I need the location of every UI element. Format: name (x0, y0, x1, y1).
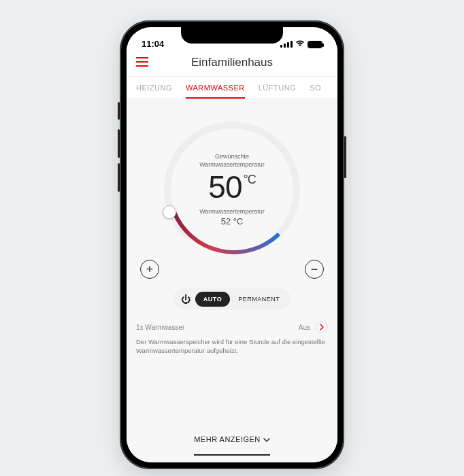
chevron-right-icon[interactable] (316, 321, 328, 333)
show-more-button[interactable]: MEHR ANZEIGEN (194, 428, 270, 456)
clock: 11:04 (142, 39, 164, 49)
app-header: Einfamilienhaus (127, 50, 337, 77)
phone-frame: 11:04 Einfamilienhaus HEIZUNG WARMWA (120, 20, 344, 469)
desired-temperature: 50 °C (208, 169, 255, 205)
phone-side-button (118, 102, 120, 120)
temperature-dial[interactable]: Gewünschte Warmwassertemperatur 50 °C Wa… (154, 112, 310, 268)
tab-more[interactable]: SO (310, 84, 321, 99)
main-content: Gewünschte Warmwassertemperatur 50 °C Wa… (127, 99, 337, 462)
hotwater-status-left: 1x Warmwasser (136, 324, 184, 331)
hotwater-status-right: Aus (299, 324, 310, 331)
mode-power-button[interactable]: ⏻ (176, 291, 195, 307)
actual-label: Warmwassertemperatur (199, 208, 265, 215)
phone-side-button (344, 136, 346, 178)
tab-warmwasser[interactable]: WARMWASSER (186, 84, 245, 99)
mode-selector: ⏻ AUTO PERMANENT (173, 288, 291, 310)
hotwater-description: Der Warmwasserspeicher wird für eine Stu… (136, 337, 328, 356)
mode-auto-button[interactable]: AUTO (195, 292, 230, 307)
tabs: HEIZUNG WARMWASSER LÜFTUNG SO (127, 77, 337, 99)
dial-center: Gewünschte Warmwassertemperatur 50 °C Wa… (154, 112, 310, 268)
phone-side-button (118, 163, 120, 192)
battery-icon (308, 41, 322, 48)
dial-handle[interactable] (163, 205, 176, 219)
tab-heizung[interactable]: HEIZUNG (136, 84, 172, 99)
actual-temperature: 52 °C (221, 216, 244, 226)
screen: 11:04 Einfamilienhaus HEIZUNG WARMWA (127, 27, 337, 462)
page-title: Einfamilienhaus (136, 56, 328, 69)
notch (181, 27, 283, 44)
tab-lueftung[interactable]: LÜFTUNG (259, 84, 296, 99)
mode-permanent-button[interactable]: PERMANENT (230, 292, 288, 307)
chevron-down-icon (263, 436, 270, 443)
signal-icon (280, 41, 293, 48)
phone-side-button (118, 129, 120, 158)
wifi-icon (295, 39, 305, 49)
hotwater-status-row[interactable]: 1x Warmwasser Aus (136, 321, 328, 333)
desired-label: Gewünschte Warmwassertemperatur (199, 153, 265, 169)
status-right (280, 39, 322, 49)
